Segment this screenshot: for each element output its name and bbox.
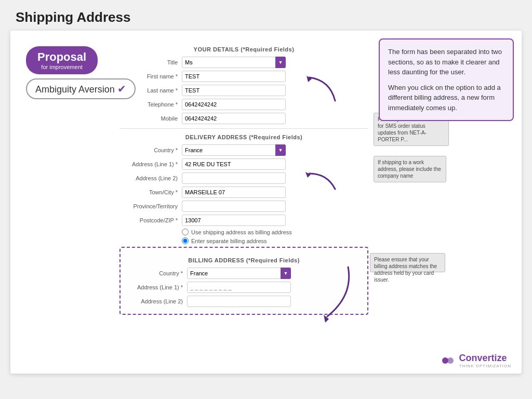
mobile-input[interactable] xyxy=(182,113,286,124)
country-label: Country * xyxy=(119,147,182,153)
telephone-input[interactable] xyxy=(182,99,286,110)
firstname-input[interactable] xyxy=(182,71,286,82)
delivery-section-title: DELIVERY ADDRESS (*Required Fields) xyxy=(119,134,368,140)
arrow-top xyxy=(299,75,340,108)
select-arrow-icon: ▼ xyxy=(275,57,286,68)
billing-tooltip: Please ensure that your billing address … xyxy=(370,253,445,272)
arrow-bottom xyxy=(307,264,358,329)
address1-tooltip: If shipping to a work address, please in… xyxy=(374,156,446,182)
country-select[interactable]: France UK USA xyxy=(182,144,286,156)
address1-label: Address (Line 1) * xyxy=(119,161,182,167)
postcode-row: Postcode/ZIP * xyxy=(119,215,368,226)
province-input[interactable] xyxy=(182,201,286,212)
billing-address2-label: Address (Line 2) xyxy=(125,298,187,304)
mobile-label: Mobile xyxy=(119,115,182,122)
billing-country-select-wrapper[interactable]: France UK ▼ xyxy=(187,268,291,279)
billing-country-select[interactable]: France UK xyxy=(187,268,291,279)
telephone-label: Telephone * xyxy=(119,101,182,108)
info-box: The form has been separated into two sec… xyxy=(379,38,514,121)
address1-input[interactable] xyxy=(182,158,286,170)
title-select-wrapper[interactable]: Ms Mr Mrs ▼ xyxy=(182,57,286,68)
main-container: Proposal for improvement Ambiguity Avers… xyxy=(10,31,522,374)
radio1-label: Use shipping address as billing address xyxy=(191,229,292,235)
arrow-mid xyxy=(299,168,340,196)
title-row: Title Ms Mr Mrs ▼ xyxy=(119,57,368,68)
lastname-input[interactable] xyxy=(182,85,286,96)
postcode-label: Postcode/ZIP * xyxy=(119,217,182,223)
billing-address1-label: Address (Line 1) * xyxy=(125,284,187,290)
billing-country-arrow-icon: ▼ xyxy=(281,268,291,279)
billing-address1-input[interactable] xyxy=(187,282,291,293)
country-select-wrapper[interactable]: France UK USA ▼ xyxy=(182,144,286,156)
country-row: Country * France UK USA ▼ xyxy=(119,144,368,156)
billing-section-title: BILLING ADDRESS (*Required Fields) xyxy=(125,257,363,263)
svg-point-4 xyxy=(447,357,454,364)
billing-address2-input[interactable] xyxy=(187,296,291,307)
title-select[interactable]: Ms Mr Mrs xyxy=(182,57,286,68)
radio-shipping-billing[interactable] xyxy=(182,229,189,235)
page-title: Shipping Address xyxy=(0,0,532,31)
proposal-label: Proposal for improvement xyxy=(26,46,98,74)
convertize-tagline: THINK OPTIMIZATION xyxy=(459,364,511,368)
town-label: Town/City * xyxy=(119,189,182,195)
address2-label: Address (Line 2) xyxy=(119,175,182,181)
convertize-text: Convertize THINK OPTIMIZATION xyxy=(459,353,511,368)
country-select-arrow-icon: ▼ xyxy=(275,144,286,156)
town-input[interactable] xyxy=(182,187,286,198)
billing-country-label: Country * xyxy=(125,270,187,276)
convertize-logo: Convertize THINK OPTIMIZATION xyxy=(440,353,511,368)
province-label: Province/Territory xyxy=(119,203,182,209)
radio-separate-billing[interactable] xyxy=(182,237,189,244)
ambiguity-badge: Ambiguity Aversion ✔ xyxy=(26,78,136,99)
checkmark-icon: ✔ xyxy=(117,83,126,95)
proposal-badge: Proposal for improvement Ambiguity Avers… xyxy=(26,46,136,99)
province-row: Province/Territory xyxy=(119,201,368,212)
postcode-input[interactable] xyxy=(182,215,286,226)
radio1-row: Use shipping address as billing address xyxy=(182,229,368,235)
convertize-icon xyxy=(440,353,456,368)
convertize-name: Convertize xyxy=(459,353,511,364)
radio2-row: Enter separate billing address xyxy=(182,237,368,244)
your-details-section-title: YOUR DETAILS (*Required Fields) xyxy=(119,46,368,52)
address2-input[interactable] xyxy=(182,172,286,184)
mobile-row: Mobile Provide your mobile number for SM… xyxy=(119,113,368,124)
radio2-label: Enter separate billing address xyxy=(191,238,267,244)
